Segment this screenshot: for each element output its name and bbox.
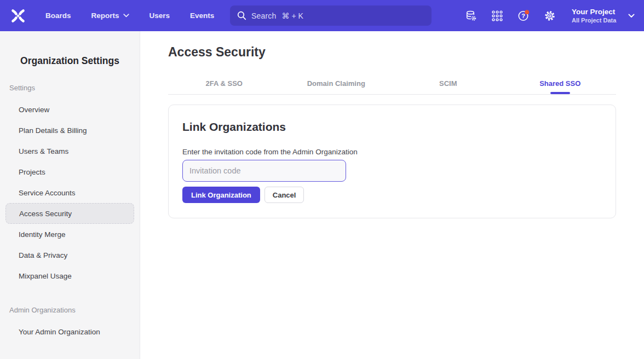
nav-users[interactable]: Users	[150, 11, 170, 20]
sidebar-item-service-accounts[interactable]: Service Accounts	[0, 182, 140, 203]
nav-events-label: Events	[190, 11, 214, 20]
page-title: Access Security	[168, 45, 616, 60]
sidebar-item-mixpanel-usage[interactable]: Mixpanel Usage	[0, 265, 140, 286]
chevron-down-icon	[123, 14, 129, 18]
data-management-icon[interactable]	[465, 10, 477, 22]
sidebar-item-identity-merge[interactable]: Identity Merge	[0, 224, 140, 245]
search-placeholder: Search	[251, 11, 277, 20]
invitation-code-input[interactable]	[182, 160, 346, 182]
card-title: Link Organizations	[182, 120, 602, 134]
sidebar-item-overview[interactable]: Overview	[0, 99, 140, 120]
tab-label: 2FA & SSO	[206, 79, 243, 88]
sidebar-item-label: Users & Teams	[19, 147, 68, 155]
nav-boards-label: Boards	[45, 11, 71, 20]
tab-label: Domain Claiming	[307, 79, 365, 88]
sidebar-item-data-privacy[interactable]: Data & Privacy	[0, 245, 140, 265]
svg-text:?: ?	[521, 13, 525, 19]
top-nav: Boards Reports Users Events	[45, 11, 214, 20]
search-input[interactable]: Search ⌘ + K	[230, 5, 432, 26]
tab-domain-claiming[interactable]: Domain Claiming	[280, 73, 393, 94]
sidebar-item-label: Plan Details & Billing	[19, 126, 87, 135]
main-content: Access Security 2FA & SSO Domain Claimin…	[140, 31, 644, 359]
invitation-code-label: Enter the invitation code from the Admin…	[182, 148, 602, 156]
tab-bar: 2FA & SSO Domain Claiming SCIM Shared SS…	[168, 73, 616, 95]
help-icon[interactable]: ?	[518, 10, 530, 22]
tab-label: SCIM	[439, 79, 457, 88]
sidebar-section-settings: Settings	[9, 84, 140, 94]
sidebar-item-access-security[interactable]: Access Security	[5, 203, 134, 224]
sidebar-item-label: Access Security	[19, 210, 72, 218]
project-subtitle: All Project Data	[572, 16, 616, 24]
search-icon	[237, 11, 246, 20]
tab-label: Shared SSO	[539, 79, 580, 88]
sidebar-section-admin-organizations: Admin Organizations	[9, 306, 140, 316]
link-organization-button[interactable]: Link Organization	[182, 187, 260, 203]
sidebar-item-label: Data & Privacy	[19, 251, 67, 259]
sidebar-item-projects[interactable]: Projects	[0, 161, 140, 182]
top-bar: Boards Reports Users Events Search ⌘ + K	[0, 0, 644, 31]
sidebar-item-users-teams[interactable]: Users & Teams	[0, 141, 140, 161]
sidebar-admin-list: Your Admin Organization	[0, 321, 140, 342]
sidebar-item-your-admin-organization[interactable]: Your Admin Organization	[0, 321, 140, 342]
sidebar-item-label: Projects	[19, 168, 45, 176]
mixpanel-logo-icon[interactable]	[10, 8, 26, 24]
nav-events[interactable]: Events	[190, 11, 214, 20]
cancel-button[interactable]: Cancel	[264, 187, 304, 203]
nav-reports[interactable]: Reports	[91, 11, 129, 20]
sidebar-title: Organization Settings	[0, 55, 140, 67]
tab-scim[interactable]: SCIM	[392, 73, 504, 94]
sidebar-item-label: Identity Merge	[19, 230, 66, 239]
apps-grid-icon[interactable]	[491, 10, 503, 22]
chevron-down-icon	[628, 14, 635, 18]
nav-boards[interactable]: Boards	[45, 11, 71, 20]
notification-dot	[525, 10, 529, 14]
top-bar-icons: ?	[465, 0, 556, 31]
tab-2fa-sso[interactable]: 2FA & SSO	[168, 73, 280, 94]
card-actions: Link Organization Cancel	[182, 187, 602, 203]
nav-users-label: Users	[150, 11, 170, 20]
search-shortcut: ⌘ + K	[282, 11, 303, 20]
link-organizations-card: Link Organizations Enter the invitation …	[168, 105, 616, 218]
sidebar-item-label: Your Admin Organization	[19, 328, 100, 336]
sidebar-item-plan-details-billing[interactable]: Plan Details & Billing	[0, 120, 140, 141]
project-name: Your Project	[572, 7, 616, 16]
nav-reports-label: Reports	[91, 11, 119, 20]
tab-shared-sso[interactable]: Shared SSO	[504, 73, 617, 94]
sidebar-item-label: Overview	[19, 106, 49, 114]
sidebar: Organization Settings Settings Overview …	[0, 31, 140, 359]
sidebar-item-label: Mixpanel Usage	[19, 272, 72, 280]
sidebar-settings-list: Overview Plan Details & Billing Users & …	[0, 99, 140, 286]
settings-gear-icon[interactable]	[544, 10, 556, 22]
tab-active-indicator	[550, 92, 570, 94]
project-selector[interactable]: Your Project All Project Data	[572, 0, 635, 31]
sidebar-item-label: Service Accounts	[19, 189, 76, 197]
